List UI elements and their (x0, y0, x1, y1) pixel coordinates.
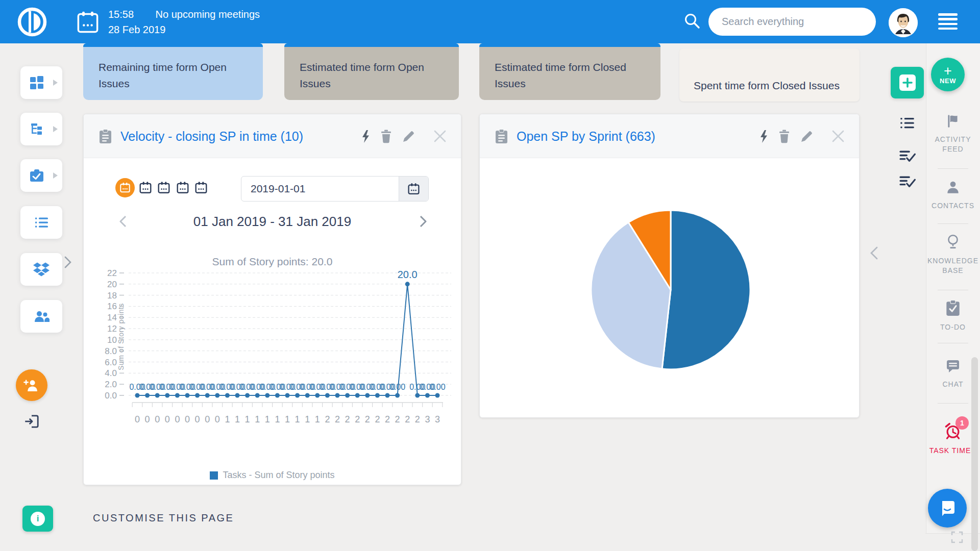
playlist-check-icon[interactable] (898, 149, 917, 166)
header-time-block: 15:58 No upcoming meetings 28 Feb 2019 (108, 7, 260, 37)
dashboard-tab[interactable]: Spent time form Closed Issues (679, 48, 860, 102)
dashboard-tab[interactable]: Estimated time form Closed Issues (479, 43, 660, 100)
logout-icon[interactable] (23, 413, 40, 432)
svg-text:18: 18 (107, 291, 117, 300)
svg-text:0: 0 (195, 414, 200, 424)
task-case-check-icon (29, 168, 45, 183)
svg-text:2: 2 (365, 414, 370, 424)
svg-text:0: 0 (155, 414, 160, 424)
sidebar-item-dropbox[interactable] (20, 253, 62, 286)
dropbox-icon (33, 262, 50, 277)
chevron-right-icon (53, 80, 58, 86)
playlist-check-icon[interactable] (898, 174, 917, 192)
close-icon[interactable] (831, 130, 845, 143)
next-period-icon[interactable] (420, 215, 427, 230)
svg-text:2.0: 2.0 (105, 380, 117, 389)
svg-text:14: 14 (107, 313, 117, 322)
search-icon[interactable] (683, 12, 701, 32)
period-week-icon[interactable] (139, 181, 152, 196)
svg-text:2: 2 (375, 414, 380, 424)
menu-icon[interactable] (938, 13, 958, 32)
velocity-line-chart: 222018161412108.06.04.02.00.0Sum of Stor… (94, 268, 456, 429)
svg-text:1: 1 (245, 414, 250, 424)
new-button[interactable]: + NEW (931, 58, 965, 91)
people-icon (33, 309, 50, 323)
plus-icon: + (944, 65, 952, 77)
delete-icon[interactable] (778, 130, 790, 143)
edit-pencil-icon[interactable] (402, 130, 415, 143)
rail-divider (938, 223, 968, 224)
svg-text:0: 0 (205, 414, 210, 424)
rail-item-label: KNOWLEDGE BASE (926, 256, 980, 276)
svg-text:0: 0 (165, 414, 170, 424)
delete-icon[interactable] (380, 130, 392, 143)
svg-text:0.00: 0.00 (429, 383, 445, 391)
add-user-button[interactable] (16, 369, 47, 401)
search-input[interactable] (708, 8, 876, 36)
dashboard-tab[interactable]: Estimated time form Open Issues (284, 43, 459, 100)
chevron-right-icon (53, 126, 58, 132)
rail-divider (938, 403, 968, 404)
period-month-icon[interactable] (157, 181, 170, 196)
chat-bubble-icon (937, 498, 958, 518)
svg-text:2: 2 (385, 414, 390, 424)
sidebar-item-projects-tree[interactable] (20, 113, 62, 145)
tab-label: Remaining time form Open Issues (99, 61, 227, 89)
sidebar-item-dashboards[interactable] (20, 66, 62, 99)
fullscreen-icon[interactable] (950, 531, 964, 546)
svg-text:1: 1 (255, 414, 260, 424)
calendar-icon[interactable] (77, 11, 99, 36)
sidebar-item-users[interactable] (20, 300, 62, 333)
svg-text:0: 0 (215, 414, 220, 424)
user-avatar[interactable] (889, 8, 918, 37)
expand-sidebar-chevron-icon[interactable] (64, 256, 71, 270)
rail-item-activity-feed[interactable]: ACTIVITY FEED (926, 113, 980, 154)
header-date: 28 Feb 2019 (108, 22, 260, 37)
date-picker (241, 176, 429, 202)
customise-page-button[interactable]: CUSTOMISE THIS PAGE (93, 512, 234, 524)
refresh-bolt-icon[interactable] (361, 130, 370, 143)
chart-title: Sum of Story points: 20.0 (84, 255, 461, 268)
svg-text:8.0: 8.0 (105, 346, 117, 356)
date-range-label: 01 Jan 2019 - 31 Jan 2019 (84, 213, 461, 230)
quick-add-button[interactable] (891, 67, 924, 98)
info-icon: i (31, 512, 45, 526)
svg-text:0: 0 (185, 414, 190, 424)
info-button[interactable]: i (22, 506, 53, 532)
pie-slice[interactable] (662, 210, 750, 369)
app-logo-icon[interactable] (17, 7, 47, 39)
refresh-bolt-icon[interactable] (760, 130, 768, 143)
rail-item-contacts[interactable]: CONTACTS (926, 180, 980, 211)
sidebar-item-tasks[interactable] (20, 159, 62, 192)
date-calendar-button[interactable] (399, 177, 428, 201)
calendar-icon (407, 183, 420, 195)
chat-icon (945, 358, 961, 373)
svg-text:0: 0 (175, 414, 180, 424)
sidebar-item-list[interactable] (20, 206, 62, 239)
rail-item-knowledge-base[interactable]: KNOWLEDGE BASE (926, 234, 980, 276)
tab-label: Estimated time form Open Issues (300, 61, 424, 89)
close-icon[interactable] (433, 130, 447, 143)
svg-text:22: 22 (107, 268, 117, 278)
collapse-rail-chevron-icon[interactable] (870, 246, 878, 262)
rail-item-to-do[interactable]: TO-DO (926, 300, 980, 332)
scrollbar-thumb[interactable] (971, 357, 978, 551)
svg-text:2: 2 (405, 414, 410, 424)
edit-pencil-icon[interactable] (800, 130, 813, 143)
dashboard-grid-icon (29, 75, 45, 90)
detail-list-icon[interactable] (898, 115, 916, 133)
svg-text:16: 16 (107, 302, 117, 311)
date-input[interactable] (241, 177, 399, 201)
period-day-active-icon[interactable] (115, 178, 135, 197)
new-button-label: NEW (940, 77, 956, 85)
svg-text:1: 1 (305, 414, 310, 424)
period-quarter-icon[interactable] (176, 181, 189, 196)
svg-text:12: 12 (107, 324, 117, 334)
period-year-icon[interactable] (194, 181, 208, 196)
chevron-right-icon (53, 172, 58, 179)
dashboard-tab[interactable]: Remaining time form Open Issues (83, 43, 263, 100)
svg-text:2: 2 (395, 414, 400, 424)
person-icon (945, 180, 961, 195)
messenger-button[interactable] (928, 489, 967, 528)
svg-text:0.0: 0.0 (105, 391, 117, 400)
